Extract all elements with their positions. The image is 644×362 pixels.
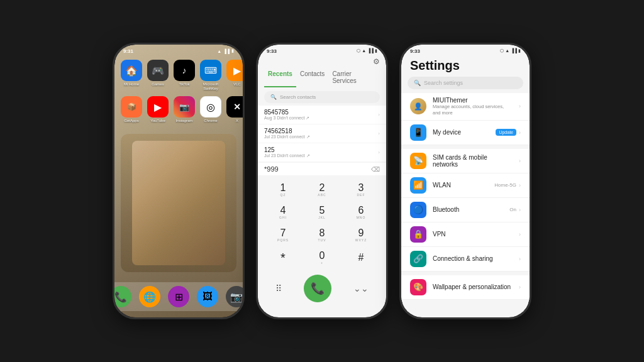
search-contacts[interactable]: 🔍 Search contacts — [264, 91, 380, 103]
key-0[interactable]: 0+ — [303, 247, 341, 268]
key-5[interactable]: 5JKL — [303, 202, 341, 223]
chevron-icon: › — [519, 231, 521, 238]
page-title: Settings — [401, 56, 530, 77]
app-getapps[interactable]: 📦 GetApps — [121, 96, 142, 123]
key-6[interactable]: 6MNO — [342, 202, 380, 223]
tab-carrier-services[interactable]: Carrier Services — [328, 69, 380, 87]
key-8[interactable]: 8TUV — [303, 224, 341, 246]
app-instagram[interactable]: 📷 Instagram — [174, 96, 195, 123]
dialpad-row-1: 1QZ 2ABC 3DEF — [264, 179, 380, 200]
app-microsoft-swiftkey[interactable]: ⌨ Microsoft SwiftKey — [200, 60, 221, 91]
chevron-icon: › — [378, 150, 380, 155]
chevron-icon: › — [519, 103, 521, 109]
settings-item-bluetooth[interactable]: 🔵 Bluetooth On › — [401, 198, 530, 222]
app-x[interactable]: ✕ X — [226, 96, 243, 123]
recent-call-3[interactable]: 125 Jul 23 Didn't connect ↗ › — [258, 143, 386, 162]
key-9[interactable]: 9WXYZ — [342, 224, 380, 246]
call-number-2: 74562518 — [264, 128, 378, 134]
key-7[interactable]: 7PQRS — [264, 224, 302, 246]
app-chrome[interactable]: ◎ Chrome — [200, 96, 221, 123]
status-bar-2: 9:33 ⬡ ▲ ▐▐ ▮ — [258, 45, 386, 56]
item-label-vpn: VPN — [433, 231, 513, 238]
dock-camera[interactable]: 📷 — [226, 286, 243, 307]
chevron-down-icon[interactable]: ⌄⌄ — [353, 283, 369, 293]
bluetooth-icon: 🔵 — [410, 202, 426, 218]
wlan-value: Home-5G — [494, 182, 516, 188]
phone-homescreen: 9:31 ▲ ▐▐ ▮ 🏠 Mi Home 🎮 Games ♪ TikTok — [113, 43, 245, 319]
recent-call-1[interactable]: 8545785 Aug 3 Didn't connect ↗ › — [258, 106, 386, 124]
dialpad-row-4: * 0+ # — [264, 247, 380, 268]
call-meta-1: Aug 3 Didn't connect ↗ — [264, 116, 378, 121]
item-sub-miuithemer: Manage accounts, cloud services, and mor… — [433, 104, 513, 116]
app-vlc[interactable]: ▶ VLC — [226, 60, 243, 91]
status-icons-2: ⬡ ▲ ▐▐ ▮ — [357, 48, 377, 53]
search-placeholder: Search contacts — [280, 94, 316, 100]
dialpad-row-2: 4GHI 5JKL 6MNO — [264, 202, 380, 223]
backspace-icon[interactable]: ⌫ — [371, 166, 380, 173]
sim-icon: 📡 — [410, 153, 426, 169]
app-youtube[interactable]: ▶ YouTube — [147, 96, 169, 123]
phone-dialer: 9:33 ⬡ ▲ ▐▐ ▮ ⚙ Recents Contacts Carrier… — [256, 43, 388, 319]
dialer-tabs: Recents Contacts Carrier Services — [258, 67, 386, 90]
app-mi-home[interactable]: 🏠 Mi Home — [121, 60, 142, 91]
item-label-mydevice: My device — [433, 129, 489, 136]
key-1[interactable]: 1QZ — [264, 179, 302, 200]
call-number-1: 8545785 — [264, 109, 378, 116]
apps-icon[interactable]: ⠿ — [275, 283, 282, 293]
call-button[interactable]: 📞 — [304, 275, 331, 302]
phone-settings: 9:33 ⬡ ▲ ▐▐ ▮ Settings 🔍 Search settings… — [399, 43, 531, 319]
mydevice-icon: 📱 — [410, 124, 426, 141]
chevron-icon: › — [519, 207, 521, 213]
tab-recents[interactable]: Recents — [264, 69, 296, 87]
app-games[interactable]: 🎮 Games — [147, 60, 169, 91]
dock-apps[interactable]: ⊞ — [168, 286, 189, 307]
dock-phone[interactable]: 📞 — [114, 286, 131, 307]
tab-contacts[interactable]: Contacts — [296, 69, 328, 87]
time-3: 9:33 — [410, 48, 420, 54]
app-grid-row1: 🏠 Mi Home 🎮 Games ♪ TikTok ⌨ Microsoft S… — [114, 56, 243, 128]
item-label-miuithemer: MIUIThemer — [433, 97, 513, 104]
app-tiktok[interactable]: ♪ TikTok — [174, 60, 195, 91]
wlan-icon: 📶 — [410, 177, 426, 194]
key-2[interactable]: 2ABC — [303, 179, 341, 200]
settings-screen: 9:33 ⬡ ▲ ▐▐ ▮ Settings 🔍 Search settings… — [401, 45, 530, 317]
settings-item-mydevice[interactable]: 📱 My device Update › — [401, 121, 530, 145]
settings-item-connection-sharing[interactable]: 🔗 Connection & sharing › — [401, 247, 530, 272]
vpn-icon: 🔒 — [410, 226, 426, 243]
item-label-wlan: WLAN — [433, 182, 488, 189]
chevron-icon: › — [378, 112, 380, 118]
search-placeholder: Search settings — [424, 80, 463, 86]
homescreen: 9:31 ▲ ▐▐ ▮ 🏠 Mi Home 🎮 Games ♪ TikTok — [114, 45, 243, 317]
connection-icon: 🔗 — [410, 251, 426, 267]
key-hash[interactable]: # — [342, 247, 380, 268]
settings-item-miuithemer[interactable]: 👤 MIUIThemer Manage accounts, cloud serv… — [401, 93, 530, 121]
settings-search[interactable]: 🔍 Search settings — [408, 77, 523, 89]
update-badge: Update — [496, 129, 516, 136]
settings-item-wallpaper[interactable]: 🎨 Wallpaper & personalization › — [401, 275, 530, 300]
settings-item-sim[interactable]: 📡 SIM cards & mobile networks › — [401, 149, 530, 173]
dial-input-display: *999 ⌫ — [258, 163, 386, 175]
chevron-icon: › — [378, 131, 380, 136]
recent-call-2[interactable]: 74562518 Jul 23 Didn't connect ↗ › — [258, 124, 386, 143]
chevron-icon: › — [519, 256, 521, 262]
dock-browser[interactable]: 🌐 — [139, 286, 160, 307]
bluetooth-value: On — [509, 207, 516, 212]
key-4[interactable]: 4GHI — [264, 202, 302, 223]
key-star[interactable]: * — [264, 247, 302, 268]
dock: 📞 🌐 ⊞ 🖼 📷 — [114, 282, 243, 311]
dial-number: *999 — [264, 165, 371, 173]
status-icons-1: ▲ ▐▐ ▮ — [217, 48, 234, 53]
item-label-connection: Connection & sharing — [433, 255, 513, 262]
settings-item-vpn[interactable]: 🔒 VPN › — [401, 222, 530, 247]
item-label-sim: SIM cards & mobile networks — [433, 154, 513, 168]
dock-gallery[interactable]: 🖼 — [197, 286, 218, 307]
chevron-icon: › — [519, 129, 521, 136]
dialer-screen: 9:33 ⬡ ▲ ▐▐ ▮ ⚙ Recents Contacts Carrier… — [258, 45, 386, 317]
search-icon: 🔍 — [270, 94, 277, 100]
settings-item-wlan[interactable]: 📶 WLAN Home-5G › — [401, 173, 530, 198]
dialpad: 1QZ 2ABC 3DEF 4GHI 5JKL 6MNO 7PQRS 8TUV … — [258, 177, 386, 272]
settings-icon[interactable]: ⚙ — [373, 57, 380, 66]
chevron-icon: › — [519, 158, 521, 164]
key-3[interactable]: 3DEF — [342, 179, 380, 200]
status-bar-1: 9:31 ▲ ▐▐ ▮ — [114, 45, 243, 56]
